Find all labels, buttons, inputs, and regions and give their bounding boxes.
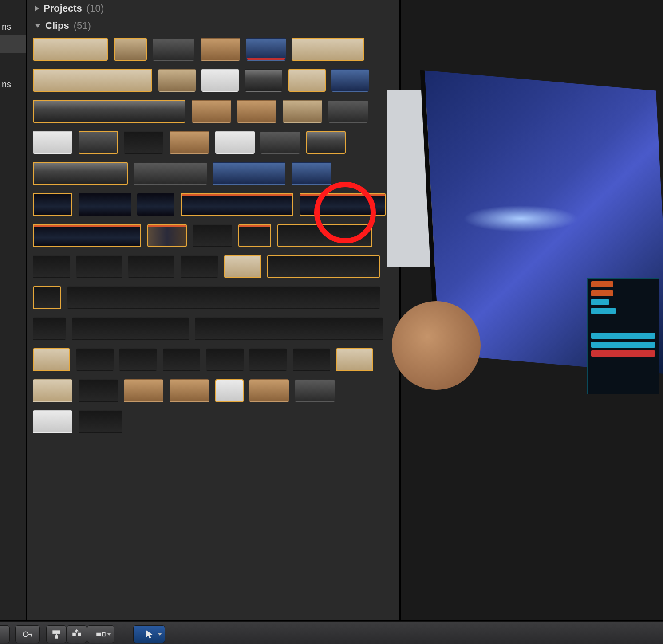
svg-rect-18 (96, 633, 101, 636)
clip-thumbnail[interactable] (33, 69, 152, 92)
svg-rect-17 (78, 633, 81, 636)
clip-thumbnail[interactable] (288, 69, 326, 92)
clip-thumbnail[interactable] (170, 379, 209, 402)
clip-thumbnail[interactable] (328, 100, 368, 123)
sidebar-item-label: ns (2, 22, 11, 31)
index-button[interactable] (0, 625, 10, 643)
clip-thumbnail[interactable] (193, 224, 232, 247)
clip-thumbnail[interactable] (201, 69, 239, 92)
clip-thumbnail[interactable] (293, 348, 330, 371)
clip-thumbnail[interactable] (163, 348, 200, 371)
clip-thumbnail[interactable] (76, 255, 122, 278)
clip-thumbnail[interactable] (224, 255, 261, 278)
clip-thumbnail[interactable] (128, 255, 174, 278)
svg-point-10 (23, 632, 28, 637)
append-clip-button[interactable] (87, 625, 114, 643)
viewer-canvas[interactable] (401, 81, 663, 363)
clip-thumbnail[interactable] (79, 379, 118, 402)
clip-thumbnail[interactable] (246, 38, 286, 61)
clip-thumbnail[interactable] (124, 379, 163, 402)
svg-rect-13 (52, 630, 60, 634)
clip-thumbnail[interactable] (119, 348, 157, 371)
sidebar-item[interactable]: ns (0, 18, 26, 35)
sidebar-item-label: ns (2, 79, 11, 89)
clip-thumbnail[interactable] (245, 69, 282, 92)
svg-rect-19 (102, 633, 105, 636)
clip-thumbnail[interactable] (124, 131, 163, 154)
clip-thumbnail[interactable] (137, 193, 174, 216)
clip-thumbnail[interactable] (79, 193, 131, 216)
svg-rect-15 (56, 634, 57, 636)
clip-thumbnail[interactable] (249, 379, 289, 402)
clip-thumbnail[interactable] (33, 131, 72, 154)
clip-thumbnail[interactable] (170, 131, 209, 154)
clip-thumbnail[interactable] (76, 348, 114, 371)
clip-thumbnail[interactable] (249, 348, 287, 371)
clip-thumbnail[interactable] (181, 255, 218, 278)
key-icon (22, 628, 33, 640)
clip-thumbnail[interactable] (213, 162, 285, 185)
clip-thumbnail[interactable] (114, 38, 147, 61)
clip-thumbnail[interactable] (215, 131, 255, 154)
clip-thumbnail[interactable] (33, 410, 72, 433)
clip-thumbnail[interactable] (237, 100, 276, 123)
clip-thumbnail[interactable] (79, 410, 122, 433)
keyword-button[interactable] (15, 625, 40, 643)
insert-clip-button[interactable] (67, 625, 87, 643)
media-browser: Projects (10) Clips (51) (27, 0, 400, 622)
skimmer-playhead[interactable] (363, 194, 363, 215)
clip-thumbnail[interactable] (33, 38, 108, 61)
clip-thumbnail[interactable] (33, 348, 70, 371)
clip-thumbnail[interactable] (79, 131, 118, 154)
connect-clip-button[interactable] (46, 625, 67, 643)
svg-rect-14 (55, 635, 58, 639)
clip-thumbnail[interactable] (72, 317, 189, 340)
library-sidebar[interactable]: ns ns (0, 0, 27, 622)
clip-thumbnail[interactable] (158, 69, 196, 92)
disclosure-triangle-icon[interactable] (35, 5, 39, 12)
clip-thumbnail[interactable] (192, 100, 231, 123)
clip-thumbnail[interactable] (206, 348, 244, 371)
clip-thumbnail[interactable] (336, 348, 373, 371)
projects-disclosure-row[interactable]: Projects (10) (31, 0, 395, 17)
clip-thumbnail[interactable] (33, 286, 61, 309)
clip-thumbnail[interactable] (195, 317, 383, 340)
clip-thumbnail[interactable] (67, 286, 380, 309)
clip-thumbnail[interactable] (332, 69, 369, 92)
clip-thumbnail[interactable] (283, 100, 322, 123)
viewer-panel (400, 0, 663, 622)
clip-thumbnail[interactable] (300, 193, 386, 216)
clip-thumbnail[interactable] (267, 255, 380, 278)
clip-thumbnail[interactable] (33, 224, 141, 247)
clip-thumbnail[interactable] (147, 224, 187, 247)
clip-thumbnail[interactable] (33, 193, 72, 216)
clip-thumbnail[interactable] (306, 131, 346, 154)
clip-thumbnail[interactable] (292, 38, 364, 61)
clip-thumbnail[interactable] (201, 38, 240, 61)
clip-thumbnail[interactable] (33, 379, 72, 402)
clip-thumbnail[interactable] (238, 224, 271, 247)
clip-thumbnails-area[interactable] (31, 34, 395, 433)
clip-thumbnail[interactable] (277, 224, 372, 247)
clip-thumbnail[interactable] (260, 131, 300, 154)
clip-thumbnail[interactable] (33, 317, 66, 340)
clip-thumbnail[interactable] (33, 162, 128, 185)
disclosure-triangle-icon[interactable] (35, 24, 41, 28)
clip-thumbnail[interactable] (33, 255, 70, 278)
insert-icon (71, 628, 83, 640)
sidebar-item[interactable]: ns (0, 75, 26, 93)
clip-thumbnail[interactable] (134, 162, 207, 185)
clip-thumbnail[interactable] (181, 193, 293, 216)
clip-thumbnail[interactable] (215, 379, 244, 402)
sidebar-item-selected[interactable] (0, 35, 26, 53)
connect-icon (51, 628, 62, 640)
clips-disclosure-row[interactable]: Clips (51) (31, 17, 395, 34)
select-tool-button[interactable] (133, 625, 165, 643)
clip-thumbnail[interactable] (153, 38, 194, 61)
timeline-toolbar (0, 621, 663, 644)
clip-thumbnail[interactable] (33, 100, 185, 123)
clip-thumbnail[interactable] (295, 379, 335, 402)
clip-thumbnail[interactable] (292, 162, 331, 185)
projects-title: Projects (43, 3, 82, 14)
clips-count: (51) (74, 20, 91, 31)
